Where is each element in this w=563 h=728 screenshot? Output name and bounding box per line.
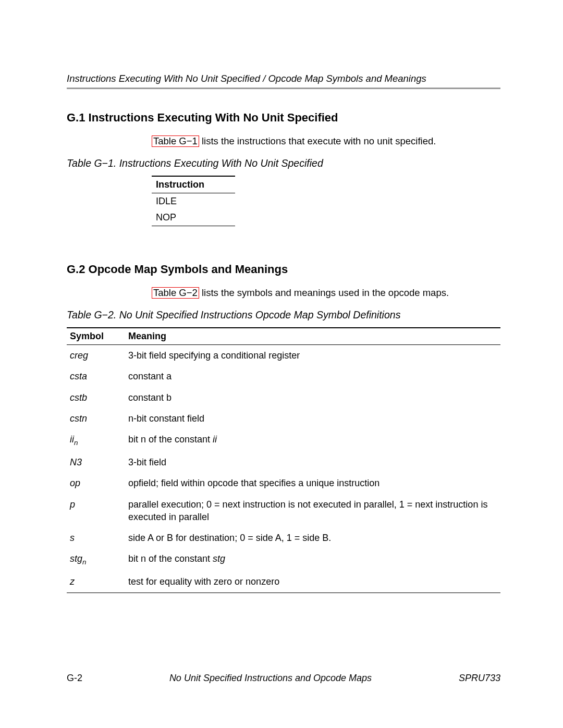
meaning-cell: bit n of the constant stg xyxy=(125,548,500,571)
table-g1-ref-link[interactable]: Table G−1 xyxy=(152,135,199,147)
meaning-cell: opfield; field within opcode that specif… xyxy=(125,473,500,493)
table-row: cstbconstant b xyxy=(67,387,500,408)
table-row: NOP xyxy=(152,209,235,226)
symbol-cell: creg xyxy=(67,344,125,366)
table-row: iinbit n of the constant ii xyxy=(67,429,500,452)
instruction-cell: NOP xyxy=(152,209,235,226)
meaning-cell: constant a xyxy=(125,366,500,387)
footer-docid: SPRU733 xyxy=(459,673,500,684)
table-g2-ref-link[interactable]: Table G−2 xyxy=(152,287,199,299)
section-g2-heading: G.2 Opcode Map Symbols and Meanings xyxy=(67,263,500,276)
symbol-cell: s xyxy=(67,527,125,548)
meaning-cell: 3-bit field xyxy=(125,452,500,473)
table-g2-header-meaning: Meaning xyxy=(125,328,500,345)
section-g1-intro-text: lists the instructions that execute with… xyxy=(199,135,436,146)
symbol-cell: cstb xyxy=(67,387,125,408)
table-g2: Symbol Meaning creg3-bit field specifyin… xyxy=(67,327,500,593)
section-g2-intro-text: lists the symbols and meanings used in t… xyxy=(199,287,449,298)
table-row: sside A or B for destination; 0 = side A… xyxy=(67,527,500,548)
symbol-cell: op xyxy=(67,473,125,493)
symbol-cell: N3 xyxy=(67,452,125,473)
symbol-cell: z xyxy=(67,571,125,593)
section-g2-intro: Table G−2 lists the symbols and meanings… xyxy=(152,287,500,300)
header-rule xyxy=(67,88,500,89)
section-g1-intro: Table G−1 lists the instructions that ex… xyxy=(152,135,500,148)
instruction-cell: IDLE xyxy=(152,193,235,209)
symbol-cell: iin xyxy=(67,429,125,452)
table-g1: Instruction IDLE NOP xyxy=(152,176,235,226)
page-footer: G-2 No Unit Specified Instructions and O… xyxy=(67,673,500,684)
section-g1-heading: G.1 Instructions Executing With No Unit … xyxy=(67,111,500,125)
table-g2-header-symbol: Symbol xyxy=(67,328,125,345)
table-g2-caption: Table G−2. No Unit Specified Instruction… xyxy=(67,309,500,321)
meaning-cell: bit n of the constant ii xyxy=(125,429,500,452)
table-row: creg3-bit field specifying a conditional… xyxy=(67,344,500,366)
table-row: opopfield; field within opcode that spec… xyxy=(67,473,500,493)
table-row: ztest for equality with zero or nonzero xyxy=(67,571,500,593)
running-head: Instructions Executing With No Unit Spec… xyxy=(67,73,500,84)
footer-page-number: G-2 xyxy=(67,673,82,684)
symbol-cell: csta xyxy=(67,366,125,387)
table-row: pparallel execution; 0 = next instructio… xyxy=(67,494,500,528)
symbol-cell: stgn xyxy=(67,548,125,571)
table-row: cstnn-bit constant field xyxy=(67,408,500,429)
table-row: IDLE xyxy=(152,193,235,209)
meaning-cell: n-bit constant field xyxy=(125,408,500,429)
table-g1-header: Instruction xyxy=(152,176,235,193)
table-row: cstaconstant a xyxy=(67,366,500,387)
table-row: stgnbit n of the constant stg xyxy=(67,548,500,571)
footer-title: No Unit Specified Instructions and Opcod… xyxy=(169,673,372,684)
symbol-cell: cstn xyxy=(67,408,125,429)
meaning-cell: constant b xyxy=(125,387,500,408)
table-row: N33-bit field xyxy=(67,452,500,473)
symbol-cell: p xyxy=(67,494,125,528)
meaning-cell: parallel execution; 0 = next instruction… xyxy=(125,494,500,528)
table-g1-caption: Table G−1. Instructions Executing With N… xyxy=(67,157,500,169)
meaning-cell: 3-bit field specifying a conditional reg… xyxy=(125,344,500,366)
meaning-cell: test for equality with zero or nonzero xyxy=(125,571,500,593)
meaning-cell: side A or B for destination; 0 = side A,… xyxy=(125,527,500,548)
